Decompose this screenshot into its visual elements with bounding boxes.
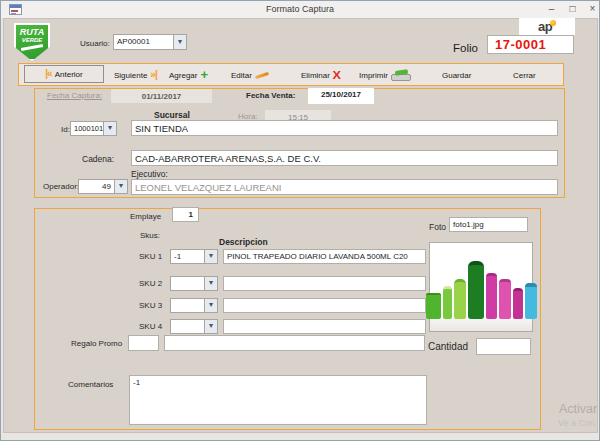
title-bar: Formato Captura – □ × [1,1,599,18]
sku1-label: SKU 1 [139,252,162,261]
regalo-promo-codigo-field[interactable] [128,335,159,351]
cadena-field[interactable]: CAD-ABARROTERA ARENAS,S.A. DE C.V. [131,150,558,166]
sku4-codigo [171,320,204,333]
minimize-button[interactable]: – [544,2,559,16]
anterior-button[interactable]: |« Anterior [24,65,104,83]
descripcion-header: Descripcion [219,237,268,247]
sku3-label: SKU 3 [139,301,162,310]
printer-icon [391,70,413,81]
comentarios-label: Comentarios [68,380,113,389]
close-button[interactable]: × [585,2,600,16]
add-plus-icon: + [200,69,208,81]
operador-dropdown-arrow-icon[interactable]: ▾ [114,180,127,193]
cantidad-field[interactable] [476,338,531,355]
emplaye-label: Emplaye [130,212,161,221]
sku2-label: SKU 2 [139,279,162,288]
id-label: Id: [61,125,70,134]
ap-brand-dot-icon [550,20,556,26]
maximize-button[interactable]: □ [565,2,580,16]
fecha-captura-field: 01/11/2017 [111,89,212,103]
sku1-dropdown-arrow-icon[interactable]: ▾ [204,250,217,263]
sucursal-field[interactable]: SIN TIENDA [131,120,558,136]
cadena-label: Cadena: [82,154,114,164]
product-photo [429,242,533,332]
folio-label: Folio [453,42,478,54]
fecha-venta-label: Fecha Venta: [246,91,295,100]
operador-label: Operador: [43,182,79,191]
operador-value: 49 [79,180,114,193]
product-bottle-green-small [443,286,452,319]
skus-label: Skus: [140,231,160,240]
sku4-select[interactable]: ▾ [170,319,218,334]
agregar-label: Agregar [169,71,197,80]
sku3-descripcion-field[interactable] [223,298,426,313]
guardar-label: Guardar [442,71,471,80]
usuario-label: Usuario: [80,39,110,48]
cerrar-button[interactable]: Cerrar [513,67,536,83]
next-record-icon: »| [150,70,156,80]
sku2-codigo [171,277,204,290]
comentarios-field[interactable]: -1 [129,375,427,425]
sku3-codigo [171,299,204,312]
ruta-verde-logo-line2: VERDE [22,37,43,44]
fecha-venta-field[interactable]: 25/10/2017 [308,88,374,104]
emplaye-field[interactable]: 1 [172,207,199,222]
eliminar-label: Eliminar [301,71,330,80]
foto-label: Foto [429,222,446,232]
product-bottle-dark-green-large [468,261,484,319]
usuario-dropdown-arrow-icon[interactable]: ▾ [173,35,186,49]
imprimir-label: Imprimir [359,71,388,80]
product-bottle-lime [454,279,466,319]
sku3-select[interactable]: ▾ [170,298,218,313]
foto-field[interactable]: foto1.jpg [449,217,528,232]
regalo-promo-label: Regalo Promo [71,339,122,348]
cantidad-label: Cantidad [428,341,468,352]
eliminar-button[interactable]: Eliminar X [301,67,340,83]
product-spray-bottle-blue [525,283,537,319]
sku4-descripcion-field[interactable] [223,319,426,334]
sku1-select[interactable]: -1 ▾ [170,249,218,264]
app-window: Formato Captura – □ × RUTA VERDE Usuario… [0,0,600,441]
agregar-button[interactable]: Agregar + [169,67,208,83]
id-value: 1000101 [71,122,103,135]
ap-brand-logo: ap [519,18,575,35]
product-bottle-pink-small [513,288,523,319]
sku2-select[interactable]: ▾ [170,276,218,291]
fecha-captura-label: Fecha Captura: [47,91,102,100]
anterior-label: Anterior [55,70,83,79]
ejecutivo-label: Ejecutivo: [131,169,168,179]
product-detergent-box [426,293,441,319]
sku1-codigo: -1 [171,250,204,263]
id-dropdown-arrow-icon[interactable]: ▾ [103,122,116,135]
previous-record-icon: |« [45,69,51,79]
ruta-verde-logo-line1: RUTA [20,28,44,37]
usuario-select[interactable]: AP00001 ▾ [113,34,187,50]
sku4-label: SKU 4 [139,322,162,331]
id-select[interactable]: 1000101 ▾ [70,121,117,136]
ejecutivo-field[interactable]: LEONEL VELAZQUEZ LAUREANI [131,179,558,195]
editar-label: Editar [231,71,252,80]
usuario-value: AP00001 [114,35,173,49]
activation-watermark-line1: Activar [559,402,597,416]
sku2-descripcion-field[interactable] [223,276,426,291]
imprimir-button[interactable]: Imprimir [359,67,413,83]
folio-value-field[interactable]: 17-0001 [487,35,574,54]
activation-watermark-line2: Ve a Con [558,418,595,428]
siguiente-button[interactable]: Siguiente »| [114,67,157,83]
guardar-button[interactable]: Guardar [442,67,471,83]
operador-select[interactable]: 49 ▾ [78,179,128,194]
delete-x-icon: X [332,70,340,81]
siguiente-label: Siguiente [114,71,147,80]
regalo-promo-descripcion-field[interactable] [164,335,425,351]
sku4-dropdown-arrow-icon[interactable]: ▾ [204,320,217,333]
product-bottle-pink-tall [486,273,497,319]
sku3-dropdown-arrow-icon[interactable]: ▾ [204,299,217,312]
ruta-verde-logo-stripe [21,44,43,51]
cerrar-label: Cerrar [513,71,536,80]
window-title: Formato Captura [1,4,599,14]
product-bottle-pink-medium [499,279,511,319]
sku2-dropdown-arrow-icon[interactable]: ▾ [204,277,217,290]
pencil-icon [255,71,269,78]
editar-button[interactable]: Editar [231,67,269,83]
sku1-descripcion-field[interactable]: PINOL TRAPEADO DIARIO LAVANDA 500ML C20 [223,249,426,264]
